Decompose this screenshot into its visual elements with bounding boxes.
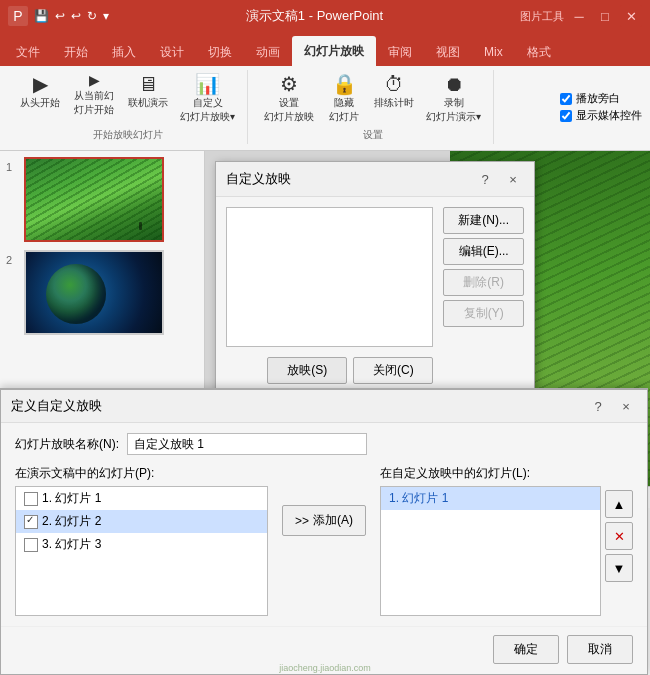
btn-hide-slide[interactable]: 🔒 隐藏幻灯片 bbox=[322, 70, 366, 126]
btn-delete-show[interactable]: 删除(R) bbox=[443, 269, 524, 296]
left-item-3[interactable]: 3. 幻灯片 3 bbox=[16, 533, 267, 556]
ribbon-content: ▶ 从头开始 ▶ 从当前幻灯片开始 🖥 联机演示 📊 自定义幻灯片放映▾ 开始放… bbox=[0, 66, 650, 150]
dialog-custom-show-titlebar: 自定义放映 ? × bbox=[216, 162, 534, 197]
minimize-button[interactable]: ─ bbox=[568, 5, 590, 27]
title-bar: P 💾 ↩ ↩ ↻ ▾ 演示文稿1 - PowerPoint 图片工具 ─ □ … bbox=[0, 0, 650, 32]
dialog-define-close[interactable]: × bbox=[615, 395, 637, 417]
quick-save[interactable]: 💾 bbox=[34, 9, 49, 23]
define-right-section: 在自定义放映中的幻灯片(L): 1. 幻灯片 1 ▲ ✕ ▼ bbox=[380, 465, 633, 616]
btn-copy-show[interactable]: 复制(Y) bbox=[443, 300, 524, 327]
dialog-custom-show-body: 放映(S) 关闭(C) 新建(N)... 编辑(E)... 删除(R) 复制(Y… bbox=[216, 197, 534, 394]
dialog-define-help[interactable]: ? bbox=[587, 395, 609, 417]
ribbon-group-start: ▶ 从头开始 ▶ 从当前幻灯片开始 🖥 联机演示 📊 自定义幻灯片放映▾ 开始放… bbox=[8, 70, 248, 144]
btn-remove-slide[interactable]: ✕ bbox=[605, 522, 633, 550]
btn-record[interactable]: ⏺ 录制幻灯片演示▾ bbox=[422, 70, 485, 126]
btn-move-down[interactable]: ▼ bbox=[605, 554, 633, 582]
ribbon-group-buttons-start: ▶ 从头开始 ▶ 从当前幻灯片开始 🖥 联机演示 📊 自定义幻灯片放映▾ bbox=[16, 70, 239, 126]
slide-thumb-1[interactable]: 1 bbox=[6, 157, 198, 242]
btn-close-dialog[interactable]: 关闭(C) bbox=[353, 357, 433, 384]
slide-thumb-2[interactable]: 2 bbox=[6, 250, 198, 335]
dialog-help-button[interactable]: ? bbox=[474, 168, 496, 190]
tab-start[interactable]: 开始 bbox=[52, 38, 100, 66]
checkbox-1[interactable] bbox=[24, 492, 38, 506]
tab-insert[interactable]: 插入 bbox=[100, 38, 148, 66]
define-right-listbox[interactable]: 1. 幻灯片 1 bbox=[380, 486, 601, 616]
tab-animation[interactable]: 动画 bbox=[244, 38, 292, 66]
dialog-define-titlebar: 定义自定义放映 ? × bbox=[1, 390, 647, 423]
btn-edit-show[interactable]: 编辑(E)... bbox=[443, 238, 524, 265]
ribbon: 文件 开始 插入 设计 切换 动画 幻灯片放映 审阅 视图 Mix 格式 ▶ 从… bbox=[0, 32, 650, 151]
dialog-custom-show: 自定义放映 ? × 放映(S) 关闭(C) 新建(N) bbox=[215, 161, 535, 395]
left-item-2[interactable]: 2. 幻灯片 2 bbox=[16, 510, 267, 533]
check-narration[interactable]: 播放旁白 bbox=[560, 91, 642, 106]
dialog-define-title-btns: ? × bbox=[587, 395, 637, 417]
tab-transition[interactable]: 切换 bbox=[196, 38, 244, 66]
online-present-icon: 🖥 bbox=[138, 72, 158, 96]
tab-format[interactable]: 格式 bbox=[515, 38, 563, 66]
custom-show-icon: 📊 bbox=[195, 72, 220, 96]
slide-img-1[interactable] bbox=[24, 157, 164, 242]
slide-num-2: 2 bbox=[6, 254, 18, 266]
ribbon-tabs: 文件 开始 插入 设计 切换 动画 幻灯片放映 审阅 视图 Mix 格式 bbox=[0, 32, 650, 66]
left-item-1[interactable]: 1. 幻灯片 1 bbox=[16, 487, 267, 510]
check-narration-input[interactable] bbox=[560, 93, 572, 105]
dialog-custom-show-title: 自定义放映 bbox=[226, 170, 291, 188]
tab-design[interactable]: 设计 bbox=[148, 38, 196, 66]
tab-slideshow[interactable]: 幻灯片放映 bbox=[292, 36, 376, 66]
btn-custom-show[interactable]: 📊 自定义幻灯片放映▾ bbox=[176, 70, 239, 126]
tab-view[interactable]: 视图 bbox=[424, 38, 472, 66]
check-media-controls[interactable]: 显示媒体控件 bbox=[560, 108, 642, 123]
define-lists-row: 在演示文稿中的幻灯片(P): 1. 幻灯片 1 2. 幻灯片 2 3. 幻灯片 … bbox=[15, 465, 633, 616]
slide-img-2[interactable] bbox=[24, 250, 164, 335]
btn-rehearse[interactable]: ⏱ 排练计时 bbox=[370, 70, 418, 112]
group-settings-label: 设置 bbox=[363, 128, 383, 142]
close-button[interactable]: ✕ bbox=[620, 5, 642, 27]
quick-undo2[interactable]: ↩ bbox=[71, 9, 81, 23]
define-add-col: >> 添加(A) bbox=[278, 465, 370, 536]
tab-file[interactable]: 文件 bbox=[4, 38, 52, 66]
define-right-label: 在自定义放映中的幻灯片(L): bbox=[380, 465, 633, 482]
tab-review[interactable]: 审阅 bbox=[376, 38, 424, 66]
check-media-input[interactable] bbox=[560, 110, 572, 122]
btn-hide-slide-label: 隐藏幻灯片 bbox=[329, 96, 359, 124]
slide-num-1: 1 bbox=[6, 161, 18, 173]
btn-online-present[interactable]: 🖥 联机演示 bbox=[124, 70, 172, 112]
define-left-listbox[interactable]: 1. 幻灯片 1 2. 幻灯片 2 3. 幻灯片 3 bbox=[15, 486, 268, 616]
record-icon: ⏺ bbox=[444, 72, 464, 96]
btn-record-label: 录制幻灯片演示▾ bbox=[426, 96, 481, 124]
quick-redo[interactable]: ↻ bbox=[87, 9, 97, 23]
btn-from-start[interactable]: ▶ 从头开始 bbox=[16, 70, 64, 112]
btn-setup-show[interactable]: ⚙ 设置幻灯片放映 bbox=[260, 70, 318, 126]
app-icon: P bbox=[8, 6, 28, 26]
custom-show-listbox[interactable] bbox=[226, 207, 433, 347]
btn-online-present-label: 联机演示 bbox=[128, 96, 168, 110]
window-title: 演示文稿1 - PowerPoint bbox=[109, 7, 520, 25]
ribbon-group-buttons-settings: ⚙ 设置幻灯片放映 🔒 隐藏幻灯片 ⏱ 排练计时 ⏺ 录制幻灯片演示▾ bbox=[260, 70, 485, 126]
dialog-define-body: 幻灯片放映名称(N): 在演示文稿中的幻灯片(P): 1. 幻灯片 1 2. 幻… bbox=[1, 423, 647, 626]
hide-slide-icon: 🔒 bbox=[332, 72, 357, 96]
checkbox-3[interactable] bbox=[24, 538, 38, 552]
checkbox-2[interactable] bbox=[24, 515, 38, 529]
define-right-list-row: 1. 幻灯片 1 ▲ ✕ ▼ bbox=[380, 486, 633, 616]
btn-from-current[interactable]: ▶ 从当前幻灯片开始 bbox=[68, 70, 120, 119]
btn-custom-show-label: 自定义幻灯片放映▾ bbox=[180, 96, 235, 124]
quick-undo[interactable]: ↩ bbox=[55, 9, 65, 23]
btn-move-up[interactable]: ▲ bbox=[605, 490, 633, 518]
title-bar-right: 图片工具 ─ □ ✕ bbox=[520, 5, 642, 27]
from-current-icon: ▶ bbox=[89, 72, 100, 89]
btn-define-ok[interactable]: 确定 bbox=[493, 635, 559, 664]
maximize-button[interactable]: □ bbox=[594, 5, 616, 27]
btn-define-cancel[interactable]: 取消 bbox=[567, 635, 633, 664]
right-item-1[interactable]: 1. 幻灯片 1 bbox=[381, 487, 600, 510]
add-arrow-icon: >> bbox=[295, 514, 309, 528]
define-name-label: 幻灯片放映名称(N): bbox=[15, 436, 119, 453]
define-name-input[interactable] bbox=[127, 433, 367, 455]
btn-play-show[interactable]: 放映(S) bbox=[267, 357, 347, 384]
btn-add-slides[interactable]: >> 添加(A) bbox=[282, 505, 366, 536]
check-narration-label: 播放旁白 bbox=[576, 91, 620, 106]
setup-show-icon: ⚙ bbox=[280, 72, 298, 96]
dialog-close-button[interactable]: × bbox=[502, 168, 524, 190]
btn-new-show[interactable]: 新建(N)... bbox=[443, 207, 524, 234]
dialog-bottom-buttons: 放映(S) 关闭(C) bbox=[226, 357, 433, 384]
tab-mix[interactable]: Mix bbox=[472, 38, 515, 66]
